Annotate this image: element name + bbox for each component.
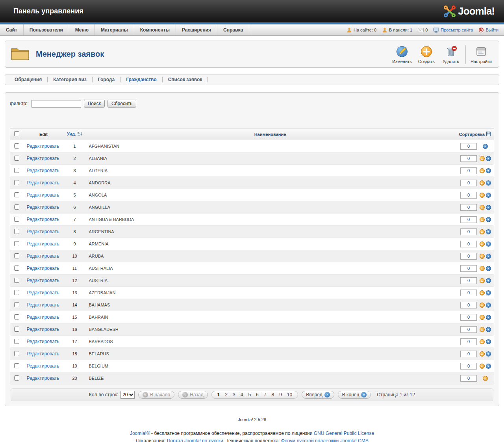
order-down-icon[interactable]: ▼ <box>486 303 491 308</box>
order-input[interactable] <box>460 192 477 199</box>
order-up-icon[interactable]: ▲ <box>480 339 485 344</box>
edit-link[interactable]: Редактировать <box>27 266 59 271</box>
edit-link[interactable]: Редактировать <box>27 241 59 247</box>
row-checkbox[interactable] <box>14 156 19 161</box>
options-button[interactable]: Настройки <box>469 45 493 64</box>
menu-item[interactable]: Компоненты <box>134 24 176 35</box>
order-input[interactable] <box>460 351 477 357</box>
order-up-icon[interactable]: ▲ <box>480 180 485 186</box>
prev-page-button[interactable]: ‹ Назад <box>178 391 208 399</box>
row-checkbox[interactable] <box>14 375 19 381</box>
sort-asc-icon[interactable] <box>77 132 82 137</box>
menu-item[interactable]: Материалы <box>95 24 134 35</box>
order-input[interactable] <box>460 143 477 150</box>
edit-link[interactable]: Редактировать <box>27 204 59 210</box>
order-input[interactable] <box>460 277 477 284</box>
logout-link[interactable]: Выйти <box>478 27 498 33</box>
edit-link[interactable]: Редактировать <box>27 192 59 198</box>
edit-link[interactable]: Редактировать <box>27 351 59 357</box>
order-down-icon[interactable]: ▼ <box>486 168 491 173</box>
row-checkbox[interactable] <box>14 143 19 149</box>
row-checkbox[interactable] <box>14 192 19 197</box>
order-up-icon[interactable]: ▲ <box>480 241 485 247</box>
edit-link[interactable]: Редактировать <box>27 339 59 344</box>
select-all-checkbox[interactable] <box>14 131 19 136</box>
edit-link[interactable]: Редактировать <box>27 143 59 149</box>
order-down-icon[interactable]: ▼ <box>486 327 491 332</box>
order-down-icon[interactable]: ▼ <box>486 290 491 295</box>
order-down-icon[interactable]: ▼ <box>486 278 491 283</box>
order-up-icon[interactable]: ▲ <box>480 303 485 308</box>
order-input[interactable] <box>460 253 477 260</box>
order-input[interactable] <box>460 302 477 308</box>
order-up-icon[interactable]: ▲ <box>480 205 485 210</box>
new-button[interactable]: Создать <box>414 45 439 64</box>
row-checkbox[interactable] <box>14 302 19 307</box>
subnav-item[interactable]: Города <box>93 77 120 82</box>
order-input[interactable] <box>460 204 477 211</box>
row-checkbox[interactable] <box>14 180 19 185</box>
name-column-header[interactable]: Наименование <box>254 132 286 137</box>
page-number[interactable]: 3 <box>231 392 237 397</box>
order-up-icon[interactable]: ▲ <box>480 217 485 222</box>
order-down-icon[interactable]: ▼ <box>486 351 491 357</box>
row-checkbox[interactable] <box>14 363 19 368</box>
page-number[interactable]: 9 <box>277 392 284 397</box>
order-input[interactable] <box>460 228 477 235</box>
order-up-icon[interactable]: ▲ <box>480 229 485 234</box>
page-number[interactable]: 10 <box>285 392 294 397</box>
order-input[interactable] <box>460 216 477 223</box>
page-number[interactable]: 4 <box>239 392 245 397</box>
messages-status[interactable]: 0 <box>418 28 428 32</box>
first-page-button[interactable]: « В начало <box>138 391 174 399</box>
order-up-icon[interactable]: ▲ <box>480 168 485 173</box>
edit-link[interactable]: Редактировать <box>27 314 59 320</box>
order-up-icon[interactable]: ▲ <box>480 290 485 295</box>
page-number[interactable]: 5 <box>246 392 253 397</box>
row-checkbox[interactable] <box>14 168 19 173</box>
order-down-icon[interactable]: ▼ <box>486 315 491 320</box>
edit-link[interactable]: Редактировать <box>27 168 59 173</box>
order-input[interactable] <box>460 314 477 321</box>
limit-select[interactable]: 20 <box>120 391 135 399</box>
next-page-button[interactable]: Вперёд › <box>302 391 334 399</box>
page-number[interactable]: 8 <box>269 392 276 397</box>
order-up-icon[interactable]: ▲ <box>483 376 488 381</box>
order-up-icon[interactable]: ▲ <box>480 315 485 320</box>
edit-link[interactable]: Редактировать <box>27 229 59 234</box>
edit-button[interactable]: Изменить <box>390 45 414 64</box>
order-up-icon[interactable]: ▲ <box>480 193 485 198</box>
menu-item[interactable]: Справка <box>217 24 249 35</box>
order-down-icon[interactable]: ▼ <box>486 254 491 259</box>
order-down-icon[interactable]: ▼ <box>486 156 491 161</box>
row-checkbox[interactable] <box>14 339 19 344</box>
subnav-item[interactable]: Список заявок <box>163 77 208 82</box>
order-down-icon[interactable]: ▼ <box>486 193 491 198</box>
edit-link[interactable]: Редактировать <box>27 290 59 295</box>
localization-link[interactable]: Портал Joomla! по-русски <box>167 438 223 442</box>
row-checkbox[interactable] <box>14 290 19 295</box>
row-checkbox[interactable] <box>14 327 19 332</box>
edit-link[interactable]: Редактировать <box>27 278 59 283</box>
menu-item[interactable]: Пользователи <box>24 24 69 35</box>
order-input[interactable] <box>460 155 477 162</box>
row-checkbox[interactable] <box>14 253 19 258</box>
order-down-icon[interactable]: ▼ <box>486 205 491 210</box>
order-input[interactable] <box>460 326 477 333</box>
view-site-link[interactable]: Просмотр сайта <box>433 28 473 33</box>
order-up-icon[interactable]: ▲ <box>480 351 485 357</box>
edit-link[interactable]: Редактировать <box>27 217 59 222</box>
row-checkbox[interactable] <box>14 351 19 356</box>
row-checkbox[interactable] <box>14 314 19 319</box>
menu-item[interactable]: Сайт <box>0 24 24 35</box>
edit-link[interactable]: Редактировать <box>27 253 59 259</box>
order-input[interactable] <box>460 265 477 272</box>
save-order-icon[interactable] <box>486 133 491 137</box>
page-number[interactable]: 6 <box>254 392 261 397</box>
row-checkbox[interactable] <box>14 278 19 283</box>
order-input[interactable] <box>460 241 477 247</box>
row-checkbox[interactable] <box>14 204 19 210</box>
order-down-icon[interactable]: ▼ <box>486 180 491 186</box>
subnav-item[interactable]: Категория виз <box>48 77 93 82</box>
order-down-icon[interactable]: ▼ <box>486 266 491 271</box>
